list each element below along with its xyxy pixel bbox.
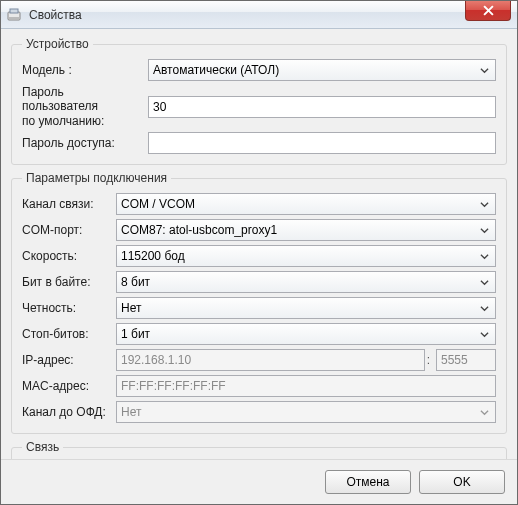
channel-select[interactable]: COM / VCOM xyxy=(116,193,496,215)
svg-rect-2 xyxy=(9,17,19,19)
ip-input[interactable] xyxy=(116,349,425,371)
titlebar: Свойства xyxy=(1,1,517,29)
parity-label: Четность: xyxy=(22,301,110,315)
mac-input[interactable] xyxy=(116,375,496,397)
ok-button[interactable]: OK xyxy=(419,470,505,494)
chevron-down-icon xyxy=(477,278,491,287)
channel-value: COM / VCOM xyxy=(121,197,195,211)
chevron-down-icon xyxy=(477,226,491,235)
speed-value: 115200 бод xyxy=(121,249,185,263)
app-icon xyxy=(7,7,23,23)
stopbits-label: Стоп-битов: xyxy=(22,327,110,341)
model-select[interactable]: Автоматически (АТОЛ) xyxy=(148,59,496,81)
comport-value: COM87: atol-usbcom_proxy1 xyxy=(121,223,277,237)
stopbits-select[interactable]: 1 бит xyxy=(116,323,496,345)
chevron-down-icon xyxy=(477,408,491,417)
group-link: Связь Результат: [3] Порт занят Поиск Пр… xyxy=(11,440,507,459)
comport-select[interactable]: COM87: atol-usbcom_proxy1 xyxy=(116,219,496,241)
speed-label: Скорость: xyxy=(22,249,110,263)
bits-select[interactable]: 8 бит xyxy=(116,271,496,293)
chevron-down-icon xyxy=(477,304,491,313)
cancel-button[interactable]: Отмена xyxy=(325,470,411,494)
model-label: Модель : xyxy=(22,63,142,77)
group-device-legend: Устройство xyxy=(22,37,93,51)
bits-value: 8 бит xyxy=(121,275,150,289)
channel-label: Канал связи: xyxy=(22,197,110,211)
ofd-label: Канал до ОФД: xyxy=(22,405,110,419)
mac-label: MAC-адрес: xyxy=(22,379,110,393)
userpw-label: Пароль пользователя по умолчанию: xyxy=(22,85,142,128)
userpw-input[interactable] xyxy=(148,96,496,118)
dialog-body: Устройство Модель : Автоматически (АТОЛ)… xyxy=(1,29,517,459)
chevron-down-icon xyxy=(477,200,491,209)
model-value: Автоматически (АТОЛ) xyxy=(153,63,279,77)
group-device: Устройство Модель : Автоматически (АТОЛ)… xyxy=(11,37,507,165)
group-connection-legend: Параметры подключения xyxy=(22,171,171,185)
window-title: Свойства xyxy=(29,8,82,22)
accesspw-label: Пароль доступа: xyxy=(22,136,142,150)
comport-label: COM-порт: xyxy=(22,223,110,237)
group-link-legend: Связь xyxy=(22,440,63,454)
ip-port-separator: : xyxy=(425,353,432,367)
stopbits-value: 1 бит xyxy=(121,327,150,341)
close-button[interactable] xyxy=(465,1,511,21)
ofd-value: Нет xyxy=(121,405,141,419)
chevron-down-icon xyxy=(477,252,491,261)
parity-value: Нет xyxy=(121,301,141,315)
group-connection: Параметры подключения Канал связи: COM /… xyxy=(11,171,507,434)
parity-select[interactable]: Нет xyxy=(116,297,496,319)
bits-label: Бит в байте: xyxy=(22,275,110,289)
properties-window: Свойства Устройство Модель : Автоматичес… xyxy=(0,0,518,505)
speed-select[interactable]: 115200 бод xyxy=(116,245,496,267)
accesspw-input[interactable] xyxy=(148,132,496,154)
chevron-down-icon xyxy=(477,66,491,75)
ofd-select[interactable]: Нет xyxy=(116,401,496,423)
ip-port-input[interactable] xyxy=(436,349,496,371)
ip-label: IP-адрес: xyxy=(22,353,110,367)
dialog-footer: Отмена OK xyxy=(1,459,517,504)
svg-rect-1 xyxy=(10,9,18,13)
chevron-down-icon xyxy=(477,330,491,339)
